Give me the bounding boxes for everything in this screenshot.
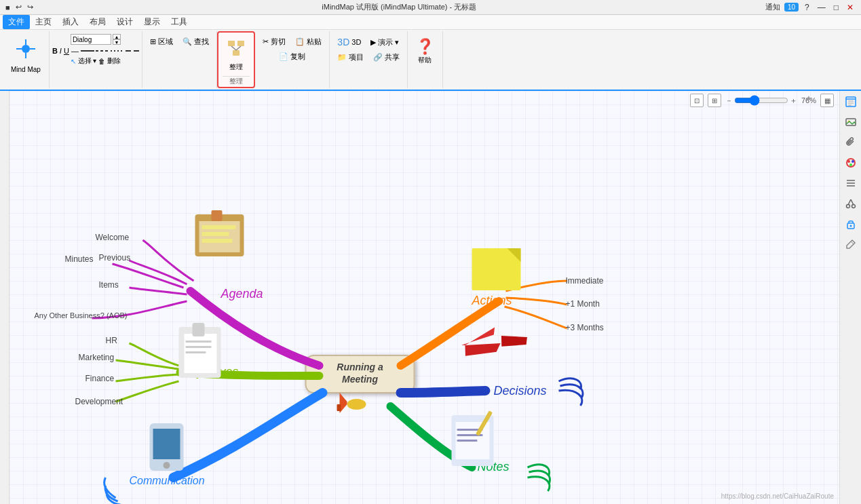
- title-bar-left: ■ ↩ ↪: [5, 3, 33, 12]
- organize-btn[interactable]: 整理: [223, 34, 250, 75]
- share-btn[interactable]: 🔗 共享: [370, 51, 403, 64]
- aob-text: Any Other Business? (AOB): [35, 311, 128, 319]
- copy-btn[interactable]: 📄 复制: [275, 50, 309, 63]
- month3-text: +3 Months: [566, 323, 604, 332]
- 3d-label: 3D: [351, 38, 361, 46]
- cut-icon: ✂: [263, 37, 269, 46]
- project-btn[interactable]: 📁 项目: [334, 51, 367, 64]
- paste-btn[interactable]: 📋 粘贴: [292, 35, 325, 48]
- decisions-icon: [459, 318, 529, 366]
- canvas-area[interactable]: ⊡ ⊞ － ＋ 76% ▦ Running a Meeting: [9, 91, 839, 504]
- svg-point-27: [846, 205, 849, 208]
- ribbon-group-clipboard: ✂ 剪切 📋 粘贴 📄 复制: [255, 31, 330, 88]
- svg-point-22: [852, 160, 854, 163]
- copy-label: 复制: [290, 52, 305, 62]
- redo-icon[interactable]: ↪: [27, 3, 33, 12]
- menu-layout[interactable]: 布局: [84, 15, 111, 29]
- present-btn[interactable]: ▶ 演示 ▾: [367, 35, 402, 49]
- notification-count[interactable]: 10: [784, 3, 799, 12]
- delete-icon[interactable]: 🗑: [98, 58, 105, 65]
- area-label: 区域: [158, 37, 173, 47]
- welcome-text: Welcome: [96, 233, 130, 242]
- area-btn[interactable]: ⊞ 区域: [147, 35, 176, 48]
- underline-btn[interactable]: U: [64, 47, 69, 55]
- menu-view[interactable]: 显示: [138, 15, 166, 29]
- minutes-text: Minutes: [65, 254, 94, 264]
- items-text: Items: [99, 280, 119, 290]
- menu-file[interactable]: 文件: [3, 15, 30, 29]
- color-sidebar-icon[interactable]: [843, 155, 859, 171]
- dashed-line[interactable]: [96, 50, 109, 52]
- cut-btn[interactable]: ✂ 剪切: [259, 35, 289, 48]
- strikethrough-btn[interactable]: —: [71, 47, 79, 55]
- list-sidebar-icon[interactable]: [843, 175, 859, 191]
- copy-icon: 📄: [279, 52, 288, 61]
- present-icon: ▶: [370, 38, 376, 47]
- sticky-note: [472, 248, 521, 290]
- bold-btn[interactable]: B: [52, 47, 58, 55]
- edit-sidebar-icon[interactable]: [843, 94, 859, 110]
- actions-label: Actions: [472, 294, 512, 307]
- title-bar-right: 通知 10 ? — □ ✕: [765, 2, 856, 12]
- communication-main-branch: [174, 393, 323, 478]
- help-icon: ❓: [416, 38, 434, 56]
- find-btn[interactable]: 🔍 查找: [179, 35, 212, 48]
- right-sidebar: [839, 91, 861, 504]
- font-family-input[interactable]: [71, 34, 111, 45]
- long-dashed-line[interactable]: [126, 50, 139, 52]
- minimize-btn[interactable]: —: [816, 3, 828, 12]
- month1-text: +1 Month: [566, 299, 600, 309]
- scroll-up-arrow[interactable]: ▲: [805, 94, 812, 101]
- cursor-icon[interactable]: ↖: [71, 58, 76, 65]
- notepad-line3: [457, 440, 478, 442]
- font-size-spinner[interactable]: ▲ ▼: [113, 34, 121, 45]
- month1-branch: [506, 298, 567, 305]
- decisions-label: Decisions: [494, 384, 547, 398]
- cut-label: 剪切: [271, 37, 286, 47]
- decisions-main-branch: [401, 391, 486, 393]
- clip-line1: [186, 341, 212, 343]
- help-win-btn[interactable]: ?: [803, 3, 811, 12]
- agenda-label: Agenda: [221, 287, 263, 301]
- mindmap-canvas[interactable]: Running a Meeting Agenda Welcome Previou…: [9, 91, 839, 504]
- 3d-btn[interactable]: 3D 3D: [334, 35, 364, 49]
- svg-marker-11: [459, 328, 497, 347]
- help-btn[interactable]: ❓ 帮助: [412, 33, 438, 68]
- 3d-icon: 3D: [337, 37, 349, 47]
- menu-insert[interactable]: 插入: [57, 15, 84, 29]
- menu-tools[interactable]: 工具: [166, 15, 193, 29]
- month3-branch: [505, 307, 567, 328]
- svg-line-8: [231, 46, 236, 50]
- ribbon-group-organize: 整理 整理: [217, 31, 255, 88]
- italic-btn[interactable]: I: [60, 47, 62, 55]
- close-btn[interactable]: ✕: [845, 3, 856, 12]
- cut-sidebar-icon[interactable]: [843, 195, 859, 212]
- ribbon-group-3d: 3D 3D ▶ 演示 ▾ 📁 项目 🔗 共享: [330, 31, 408, 88]
- previous-text: Previous: [99, 253, 131, 263]
- image-sidebar-icon[interactable]: [843, 114, 859, 130]
- menu-home[interactable]: 主页: [30, 15, 57, 29]
- clipboard-clip: [193, 323, 205, 336]
- marketing-text: Marketing: [79, 353, 115, 362]
- paste-icon: 📋: [295, 37, 305, 46]
- mindmap-btn[interactable]: Mind Map: [7, 33, 45, 76]
- lock-sidebar-icon[interactable]: [843, 216, 859, 232]
- undo-icon[interactable]: ↩: [16, 3, 22, 12]
- left-panel: [0, 91, 9, 504]
- attachment-sidebar-icon[interactable]: [843, 134, 859, 151]
- svg-point-28: [852, 205, 855, 208]
- svg-line-33: [851, 241, 854, 244]
- svg-line-9: [236, 46, 241, 50]
- communication-label: Communication: [130, 475, 205, 486]
- maximize-btn[interactable]: □: [832, 3, 841, 12]
- note-line3: [202, 239, 233, 243]
- find-icon: 🔍: [183, 37, 192, 46]
- items-branch: [130, 288, 187, 294]
- menu-design[interactable]: 设计: [111, 15, 138, 29]
- phone-button: [164, 462, 170, 469]
- note-line1: [202, 225, 236, 229]
- dotted-line[interactable]: [111, 50, 124, 52]
- paint-sidebar-icon[interactable]: [843, 236, 859, 252]
- solid-line[interactable]: [81, 50, 94, 52]
- svg-point-21: [847, 160, 850, 163]
